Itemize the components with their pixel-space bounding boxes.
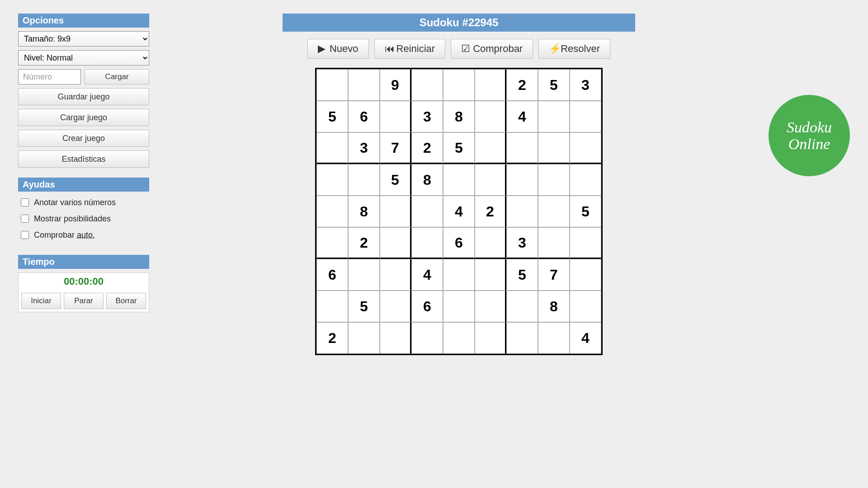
number-input[interactable] [18,69,81,84]
sudoku-cell[interactable] [475,69,506,101]
sudoku-cell[interactable] [380,227,411,259]
sudoku-cell[interactable]: 4 [443,196,475,227]
sudoku-cell[interactable]: 5 [380,164,411,196]
annotate-check-label[interactable]: Anotar varios números [19,197,148,208]
sudoku-cell[interactable] [443,322,475,354]
sudoku-cell[interactable]: 6 [411,291,443,322]
sudoku-cell[interactable] [348,322,380,354]
sudoku-cell[interactable] [443,259,475,291]
sudoku-cell[interactable]: 7 [538,259,570,291]
sudoku-cell[interactable] [570,291,601,322]
sudoku-cell[interactable] [538,196,570,227]
sudoku-cell[interactable]: 8 [538,291,570,322]
sudoku-cell[interactable]: 2 [475,196,506,227]
sudoku-cell[interactable] [443,69,475,101]
show-possibilities-check-label[interactable]: Mostrar posibilidades [19,213,148,224]
sudoku-cell[interactable]: 5 [506,259,538,291]
sudoku-cell[interactable]: 9 [380,69,411,101]
timer-stop-button[interactable]: Parar [64,293,104,309]
show-possibilities-check[interactable] [21,215,29,223]
check-button[interactable]: ☑ Comprobar [451,39,533,59]
sudoku-cell[interactable]: 5 [570,196,601,227]
load-number-button[interactable]: Cargar [85,69,149,84]
stats-button[interactable]: Estadísticas [18,150,149,168]
sudoku-cell[interactable]: 4 [411,259,443,291]
sudoku-cell[interactable] [475,259,506,291]
sudoku-cell[interactable] [316,132,348,164]
sudoku-cell[interactable] [380,101,411,132]
sudoku-cell[interactable]: 6 [316,259,348,291]
sudoku-cell[interactable] [316,69,348,101]
sudoku-cell[interactable] [538,322,570,354]
sudoku-cell[interactable] [475,227,506,259]
sudoku-cell[interactable] [538,101,570,132]
sudoku-cell[interactable] [316,196,348,227]
sudoku-cell[interactable] [538,164,570,196]
sudoku-cell[interactable] [506,291,538,322]
sudoku-cell[interactable] [443,291,475,322]
sudoku-cell[interactable] [475,322,506,354]
create-game-button[interactable]: Crear juego [18,130,149,147]
sudoku-cell[interactable]: 8 [411,164,443,196]
timer-clear-button[interactable]: Borrar [106,293,146,309]
sudoku-cell[interactable] [411,196,443,227]
size-select[interactable]: Tamaño: 9x9 [18,31,149,47]
sudoku-cell[interactable] [411,227,443,259]
sudoku-cell[interactable]: 8 [348,196,380,227]
sudoku-cell[interactable] [411,322,443,354]
sudoku-cell[interactable]: 5 [316,101,348,132]
solve-button[interactable]: ⚡ Resolver [538,39,610,59]
sudoku-cell[interactable] [475,164,506,196]
sudoku-cell[interactable] [380,259,411,291]
sudoku-cell[interactable]: 4 [570,322,601,354]
sudoku-cell[interactable]: 2 [411,132,443,164]
restart-button[interactable]: ⏮ Reiniciar [374,39,446,59]
level-select[interactable]: Nivel: Normal [18,50,149,66]
annotate-check[interactable] [21,198,29,206]
sudoku-cell[interactable]: 3 [348,132,380,164]
new-button[interactable]: ▶ Nuevo [307,39,369,59]
sudoku-cell[interactable] [570,227,601,259]
sudoku-cell[interactable]: 2 [348,227,380,259]
sudoku-cell[interactable] [570,101,601,132]
sudoku-cell[interactable]: 6 [443,227,475,259]
sudoku-cell[interactable] [316,291,348,322]
sudoku-cell[interactable] [380,291,411,322]
sudoku-cell[interactable] [538,132,570,164]
sudoku-cell[interactable] [348,69,380,101]
sudoku-cell[interactable] [380,322,411,354]
sudoku-cell[interactable]: 2 [506,69,538,101]
sudoku-cell[interactable] [570,164,601,196]
sudoku-cell[interactable] [380,196,411,227]
sudoku-cell[interactable]: 3 [506,227,538,259]
sudoku-cell[interactable]: 8 [443,101,475,132]
load-game-button[interactable]: Cargar juego [18,109,149,126]
auto-check[interactable] [21,231,29,239]
sudoku-cell[interactable] [475,101,506,132]
sudoku-cell[interactable] [506,164,538,196]
timer-start-button[interactable]: Iniciar [21,293,61,309]
sudoku-cell[interactable] [443,164,475,196]
sudoku-cell[interactable] [316,227,348,259]
sudoku-cell[interactable] [570,132,601,164]
sudoku-cell[interactable]: 5 [443,132,475,164]
sudoku-cell[interactable]: 5 [348,291,380,322]
sudoku-cell[interactable] [348,164,380,196]
sudoku-cell[interactable] [506,322,538,354]
sudoku-cell[interactable]: 7 [380,132,411,164]
sudoku-cell[interactable] [570,259,601,291]
sudoku-cell[interactable]: 3 [411,101,443,132]
sudoku-cell[interactable]: 6 [348,101,380,132]
sudoku-cell[interactable] [506,132,538,164]
sudoku-cell[interactable]: 5 [538,69,570,101]
save-game-button[interactable]: Guardar juego [18,88,149,105]
sudoku-cell[interactable] [348,259,380,291]
sudoku-cell[interactable]: 3 [570,69,601,101]
sudoku-cell[interactable] [506,196,538,227]
sudoku-cell[interactable]: 4 [506,101,538,132]
sudoku-cell[interactable] [411,69,443,101]
auto-check-label[interactable]: Comprobar auto. [19,230,148,240]
sudoku-cell[interactable]: 2 [316,322,348,354]
sudoku-cell[interactable] [475,291,506,322]
sudoku-cell[interactable] [316,164,348,196]
